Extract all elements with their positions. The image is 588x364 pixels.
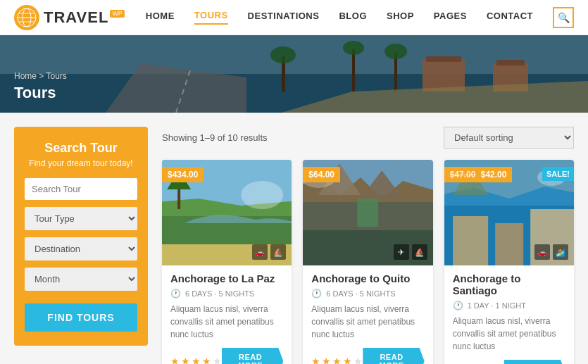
header: TRAVEL WP HOME TOURS DESTINATIONS BLOG S…	[0, 0, 588, 35]
sidebar-title: Search Tour	[25, 141, 137, 156]
tour-card: $434.00 🚗 ⛵ Anchorage to La Paz 🕐 6 DAYS…	[162, 160, 292, 364]
main-nav: HOME TOURS DESTINATIONS BLOG SHOP PAGES …	[146, 7, 574, 28]
card-duration: 6 DAYS · 5 NIGHTS	[326, 289, 395, 298]
star-5: ★	[354, 356, 363, 364]
card-duration: 6 DAYS · 5 NIGHTS	[185, 289, 254, 298]
nav-destinations[interactable]: DESTINATIONS	[248, 11, 320, 24]
card-original-price: $47.00	[450, 170, 476, 180]
tour-card: $47.00 $42.00 SALE! 🚗 🏄 Anchorage to San…	[444, 160, 574, 364]
clock-icon: 🕐	[170, 289, 181, 299]
hero-content: Home > Tours Tours	[14, 71, 67, 102]
car-icon: 🚗	[534, 244, 550, 260]
nav-home[interactable]: HOME	[146, 11, 175, 24]
svg-rect-35	[357, 199, 378, 227]
card-activity-icons: 🚗 🏄	[534, 244, 568, 260]
tour-card: $64.00 ✈ ⛵ Anchorage to Quito 🕐 6 DAYS ·…	[303, 160, 432, 364]
nav-shop[interactable]: SHOP	[387, 11, 414, 24]
clock-icon: 🕐	[311, 289, 322, 299]
card-description: Aliquam lacus nisl, viverra convallis si…	[311, 303, 424, 341]
star-1: ★	[311, 356, 320, 364]
price-badge: $47.00 $42.00	[444, 167, 513, 182]
svg-point-27	[241, 181, 283, 209]
price-badge: $434.00	[162, 167, 204, 182]
plane-icon: ✈	[394, 244, 409, 260]
svg-rect-25	[177, 188, 180, 209]
card-title: Anchorage to Quito	[311, 272, 424, 284]
breadcrumb-separator: >	[39, 71, 46, 81]
search-input[interactable]	[25, 178, 137, 200]
search-sidebar: Search Tour Find your dream tour today! …	[14, 127, 148, 346]
card-body: Anchorage to La Paz 🕐 6 DAYS · 5 NIGHTS …	[162, 265, 292, 364]
card-image: $64.00 ✈ ⛵	[303, 160, 432, 265]
boat-icon: ⛵	[412, 244, 427, 260]
month-select[interactable]: Month	[25, 268, 137, 291]
star-1: ★	[170, 356, 180, 364]
card-body: Anchorage to Quito 🕐 6 DAYS · 5 NIGHTS A…	[303, 265, 432, 364]
card-meta: 🕐 6 DAYS · 5 NIGHTS	[170, 289, 283, 299]
card-meta: 🕐 1 DAY · 1 NIGHT	[453, 301, 565, 310]
card-title: Anchorage to La Paz	[170, 272, 283, 284]
clock-icon: 🕐	[453, 301, 463, 310]
surf-icon: 🏄	[553, 244, 568, 260]
nav-blog[interactable]: BLOG	[339, 11, 367, 24]
sort-select[interactable]: Default sorting Sort by popularity Sort …	[444, 127, 574, 149]
nav-pages[interactable]: PAGES	[434, 11, 467, 24]
card-duration: 1 DAY · 1 NIGHT	[468, 301, 526, 310]
results-count: Showing 1–9 of 10 results	[162, 132, 268, 143]
read-more-button[interactable]: READ MORE	[363, 348, 424, 364]
hero-banner: Home > Tours Tours	[0, 35, 588, 113]
nav-tours[interactable]: TOURS	[194, 10, 228, 25]
boat-icon: ⛵	[270, 244, 286, 260]
destination-select[interactable]: Destination	[25, 237, 137, 261]
star-rating: ★ ★ ★ ★ ★	[170, 356, 222, 364]
logo-globe-icon	[14, 5, 39, 30]
star-3: ★	[192, 356, 201, 364]
tour-grid: $434.00 🚗 ⛵ Anchorage to La Paz 🕐 6 DAYS…	[162, 160, 574, 364]
nav-contact[interactable]: CONTACT	[487, 11, 533, 24]
card-image: $47.00 $42.00 SALE! 🚗 🏄	[444, 160, 574, 265]
card-image: $434.00 🚗 ⛵	[162, 160, 292, 265]
card-footer: ★ ★ ★ ★ ★ READ MORE	[453, 360, 565, 364]
card-body: Anchorage to Santiago 🕐 1 DAY · 1 NIGHT …	[444, 265, 574, 364]
card-footer: ★ ★ ★ ★ ★ READ MORE	[170, 348, 283, 364]
page-title: Tours	[14, 84, 67, 102]
hero-background	[0, 35, 588, 113]
breadcrumb: Home > Tours	[14, 71, 67, 81]
card-meta: 🕐 6 DAYS · 5 NIGHTS	[311, 289, 424, 299]
logo-text: TRAVEL WP	[44, 10, 125, 25]
sale-badge: SALE!	[542, 167, 574, 181]
logo: TRAVEL WP	[14, 5, 125, 30]
star-4: ★	[343, 356, 352, 364]
car-icon: 🚗	[252, 244, 268, 260]
find-tours-button[interactable]: FIND TOURS	[25, 303, 137, 332]
price-badge: $64.00	[303, 167, 340, 182]
card-price: $64.00	[308, 170, 334, 180]
star-4: ★	[202, 356, 211, 364]
svg-rect-20	[0, 35, 588, 113]
search-icon-button[interactable]: 🔍	[553, 7, 574, 28]
sidebar-subtitle: Find your dream tour today!	[25, 158, 137, 168]
card-activity-icons: 🚗 ⛵	[252, 244, 286, 260]
star-2: ★	[181, 356, 190, 364]
card-price: $434.00	[168, 170, 198, 180]
star-5: ★	[213, 356, 222, 364]
card-description: Aliquam lacus nisl, viverra convallis si…	[170, 303, 283, 341]
tour-section: Showing 1–9 of 10 results Default sortin…	[148, 127, 574, 364]
read-more-button[interactable]: READ MORE	[504, 360, 565, 364]
tour-type-select[interactable]: Tour Type	[25, 207, 137, 230]
card-description: Aliquam lacus nisl, viverra convallis si…	[453, 315, 565, 353]
logo-wp-badge: WP	[110, 10, 125, 18]
card-title: Anchorage to Santiago	[453, 272, 565, 296]
star-3: ★	[332, 356, 342, 364]
card-activity-icons: ✈ ⛵	[394, 244, 427, 260]
read-more-button[interactable]: READ MORE	[222, 348, 283, 364]
card-price: $42.00	[481, 170, 507, 180]
search-icon: 🔍	[558, 12, 570, 23]
logo-travel-label: TRAVEL	[44, 10, 108, 25]
star-rating: ★ ★ ★ ★ ★	[311, 356, 363, 364]
card-footer: ★ ★ ★ ★ ★ READ MORE	[311, 348, 424, 364]
breadcrumb-current: Tours	[46, 71, 66, 81]
breadcrumb-home-link[interactable]: Home	[14, 71, 37, 81]
svg-rect-39	[453, 216, 488, 265]
svg-rect-40	[495, 223, 523, 265]
